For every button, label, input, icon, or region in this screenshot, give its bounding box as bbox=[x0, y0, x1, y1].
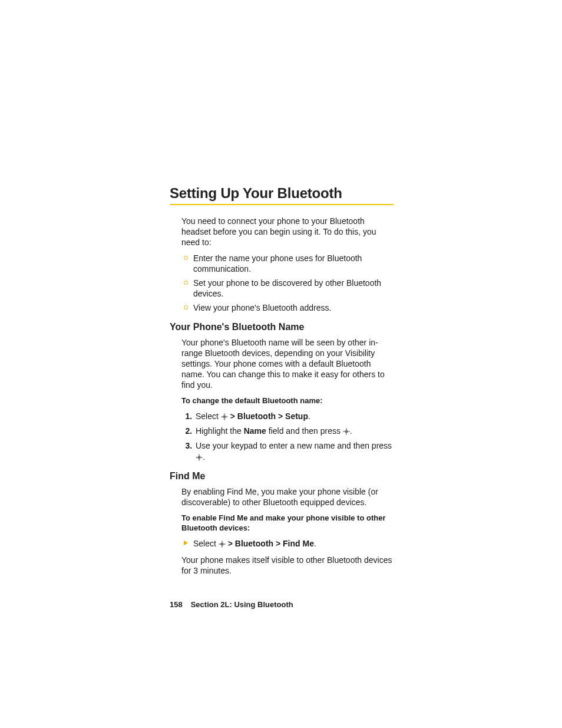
step-text: Select bbox=[196, 411, 221, 421]
menu-path: Bluetooth > Find Me bbox=[235, 539, 314, 548]
action-bullet-list: Select > Bluetooth > Find Me. bbox=[181, 538, 392, 549]
nav-key-icon bbox=[221, 413, 228, 420]
step-item: Use your keypad to enter a new name and … bbox=[194, 440, 392, 463]
step-text: Use your keypad to enter a new name and … bbox=[196, 441, 392, 450]
procedure-lead: To change the default Bluetooth name: bbox=[181, 396, 392, 406]
step-text: . bbox=[308, 411, 310, 421]
nav-key-icon bbox=[343, 428, 350, 435]
subheading-find-me: Find Me bbox=[170, 471, 392, 482]
page-title: Setting Up Your Bluetooth bbox=[170, 185, 392, 202]
list-item: Set your phone to be discovered by other… bbox=[181, 278, 392, 299]
page-number: 158 bbox=[170, 600, 183, 609]
action-item: Select > Bluetooth > Find Me. bbox=[181, 538, 392, 549]
list-item: Enter the name your phone uses for Bluet… bbox=[181, 253, 392, 274]
menu-path: Bluetooth > Setup bbox=[237, 411, 308, 421]
section-label: Section 2L: Using Bluetooth bbox=[191, 600, 293, 609]
step-text: > bbox=[226, 539, 235, 548]
step-text: Select bbox=[193, 539, 219, 548]
page-footer: 158Section 2L: Using Bluetooth bbox=[170, 600, 293, 609]
step-text: Highlight the bbox=[196, 426, 244, 436]
step-text: . bbox=[350, 426, 352, 436]
nav-key-icon bbox=[196, 454, 203, 461]
step-text: > bbox=[228, 411, 237, 421]
page-content: Setting Up Your Bluetooth You need to co… bbox=[170, 185, 392, 581]
title-rule bbox=[170, 204, 394, 205]
find-me-result: Your phone makes itself visible to other… bbox=[181, 555, 392, 576]
step-item: Select > Bluetooth > Setup. bbox=[194, 411, 392, 422]
step-text: field and then press bbox=[266, 426, 343, 436]
subheading-bluetooth-name: Your Phone's Bluetooth Name bbox=[170, 322, 392, 332]
step-text: . bbox=[314, 539, 316, 548]
procedure-lead: To enable Find Me and make your phone vi… bbox=[181, 513, 392, 533]
nav-key-icon bbox=[219, 541, 226, 548]
field-name: Name bbox=[244, 426, 266, 436]
step-text: . bbox=[203, 452, 205, 462]
intro-bullet-list: Enter the name your phone uses for Bluet… bbox=[181, 253, 392, 314]
step-item: Highlight the Name field and then press … bbox=[194, 426, 392, 437]
list-item: View your phone's Bluetooth address. bbox=[181, 302, 392, 313]
find-me-paragraph: By enabling Find Me, you make your phone… bbox=[181, 486, 392, 508]
intro-paragraph: You need to connect your phone to your B… bbox=[181, 216, 392, 248]
bluetooth-name-paragraph: Your phone's Bluetooth name will be seen… bbox=[181, 337, 392, 391]
step-list: Select > Bluetooth > Setup. Highlight th… bbox=[181, 411, 392, 463]
